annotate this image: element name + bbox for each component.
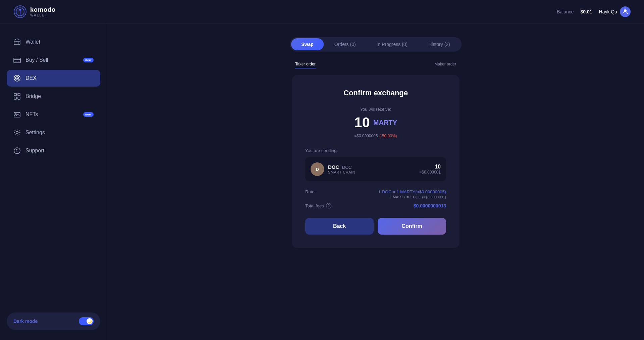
dark-mode-label: Dark mode [13,319,38,324]
coin-name-light: DOC [342,165,352,170]
svg-point-16 [15,113,16,115]
coin-name-bold: DOC [328,164,339,170]
bridge-icon [13,93,21,100]
tab-history[interactable]: History (2) [418,38,460,50]
logo-name: komodo [30,6,56,13]
layout: Wallet Buy / Sell new DEX [0,23,644,340]
badge-new-buysell: new [83,58,94,62]
doc-avatar: D [311,162,324,176]
sidebar: Wallet Buy / Sell new DEX [0,23,107,340]
svg-point-19 [17,152,17,153]
buttons-row: Back Confirm [305,218,446,235]
svg-point-17 [16,132,18,134]
sidebar-buysell-label: Buy / Sell [25,57,78,63]
user-name: Hayk Qa [599,9,617,14]
coin-info: DOC DOC SMART CHAIN [328,164,355,174]
sending-usd: ≈$0.000001 [420,170,441,175]
svg-rect-14 [18,97,20,99]
confirm-button[interactable]: Confirm [378,218,446,235]
rate-line2: 1 MARTY = 1 DOC (≈$0.0000001) [378,195,446,199]
exchange-title: Confirm exchange [305,89,446,97]
tabs-container: Swap Orders (0) In Progress (0) History … [290,37,462,52]
svg-point-10 [16,78,18,79]
sending-label: You are sending: [305,148,446,153]
sidebar-bottom: Dark mode 🌙 [7,312,100,330]
sidebar-item-settings[interactable]: Settings [7,124,100,141]
rate-line1: 1 DOC = 1 MARTY(≈$0.00000005) [378,189,446,194]
svg-point-2 [19,9,21,11]
exchange-card: Confirm exchange You will receive: 10 MA… [292,75,460,248]
sidebar-support-label: Support [25,148,94,154]
sidebar-wallet-label: Wallet [25,39,94,45]
dex-icon [13,75,21,82]
sidebar-item-support[interactable]: Support [7,142,100,159]
receive-usd: ≈$0.0000005 [354,134,378,138]
info-icon[interactable]: ? [326,203,331,208]
header-right: Balance $0.01 Hayk Qa [557,6,631,17]
sidebar-settings-label: Settings [25,130,94,136]
buy-sell-icon [13,56,21,64]
user-info[interactable]: Hayk Qa [599,6,631,17]
sidebar-item-bridge[interactable]: Bridge [7,88,100,105]
fees-value: $0.0000000013 [414,203,446,208]
dark-mode-toggle-btn[interactable]: 🌙 [79,317,94,325]
rate-row: Rate: 1 DOC = 1 MARTY(≈$0.00000005) 1 MA… [305,189,446,199]
badge-new-nfts: new [83,112,94,117]
svg-rect-11 [14,93,16,96]
coin-name-row: DOC DOC [328,164,355,170]
support-icon [13,147,21,154]
rate-value: 1 DOC = 1 MARTY(≈$0.00000005) 1 MARTY = … [378,189,446,199]
receive-usd-row: ≈$0.0000005 (-50.00%) [305,133,446,139]
toggle-circle: 🌙 [87,318,93,324]
svg-rect-7 [14,58,20,63]
svg-rect-12 [18,93,20,96]
tab-orders[interactable]: Orders (0) [324,38,366,50]
back-button[interactable]: Back [305,218,374,235]
svg-text:D: D [316,167,319,172]
sidebar-item-dex[interactable]: DEX [7,70,100,87]
taker-order-label[interactable]: Taker order [295,62,316,68]
order-bar: Taker order Maker order [295,62,456,68]
sending-section: You are sending: D DOC DOC [305,148,446,181]
svg-rect-5 [14,40,20,45]
coin-chain: SMART CHAIN [328,170,355,174]
sidebar-item-nfts[interactable]: NFTs new [7,106,100,123]
maker-order-label[interactable]: Maker order [434,62,456,68]
receive-amount: 10 MARTY [305,114,446,131]
sidebar-item-buy-sell[interactable]: Buy / Sell new [7,52,100,68]
receive-section: You will receive: 10 MARTY ≈$0.0000005 (… [305,107,446,139]
main-content: Swap Orders (0) In Progress (0) History … [107,23,644,340]
sidebar-nfts-label: NFTs [25,111,78,117]
receive-change: (-50.00%) [379,134,397,138]
balance-label: Balance [557,9,574,14]
receive-label: You will receive: [305,107,446,112]
header: komodo WALLET Balance $0.01 Hayk Qa [0,0,644,23]
fees-label-text: Total fees [305,203,324,208]
logo-text: komodo WALLET [30,6,56,17]
nfts-icon [13,111,21,118]
fees-label: Total fees ? [305,203,331,208]
tab-swap[interactable]: Swap [291,38,324,50]
receive-number: 10 [354,114,370,131]
wallet-icon [13,38,21,46]
settings-icon [13,129,21,136]
balance-value: $0.01 [580,9,592,14]
sending-amount: 10 [420,164,441,170]
komodo-logo-icon [13,5,27,18]
sidebar-item-wallet[interactable]: Wallet [7,34,100,50]
sending-right: 10 ≈$0.000001 [420,164,441,175]
sending-row: D DOC DOC SMART CHAIN 10 [305,157,446,181]
svg-point-6 [18,43,19,44]
sidebar-bridge-label: Bridge [25,93,94,99]
logo: komodo WALLET [13,5,56,18]
tab-in-progress[interactable]: In Progress (0) [367,38,418,50]
avatar [620,6,631,17]
logo-subtitle: WALLET [30,13,56,17]
sending-left: D DOC DOC SMART CHAIN [311,162,355,176]
dark-mode-toggle[interactable]: Dark mode 🌙 [7,312,100,330]
sidebar-dex-label: DEX [25,75,94,81]
rate-label: Rate: [305,189,316,194]
fees-row: Total fees ? $0.0000000013 [305,203,446,208]
receive-token: MARTY [373,119,397,127]
svg-point-18 [14,148,20,154]
